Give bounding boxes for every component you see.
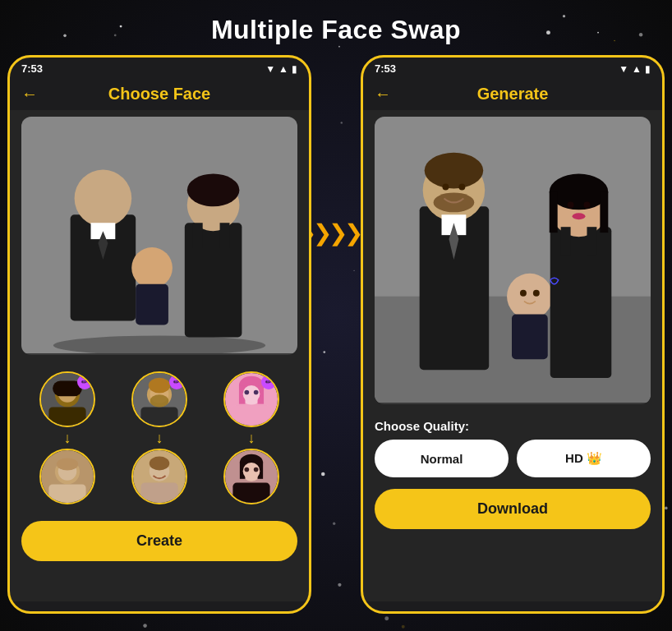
svg-point-32	[150, 457, 169, 471]
source-face-1[interactable]: ✏	[39, 371, 95, 427]
svg-point-6	[131, 247, 173, 288]
right-phone: 7:53 ▼ ▲ ▮ ← Generate	[361, 55, 665, 614]
svg-point-55	[425, 153, 484, 189]
right-family-photo	[375, 117, 651, 403]
svg-point-67	[550, 174, 609, 210]
target-face-1-svg	[41, 450, 94, 503]
wifi-icon: ▲	[278, 63, 288, 75]
svg-point-49	[245, 467, 250, 472]
svg-point-61	[507, 274, 553, 320]
edit-badge-3[interactable]: ✏	[261, 375, 276, 389]
quality-label: Choose Quality:	[375, 419, 651, 433]
create-button[interactable]: Create	[21, 521, 297, 561]
face-col-2: ✏ ↓	[131, 371, 187, 504]
download-button[interactable]: Download	[375, 489, 651, 529]
source-face-3[interactable]: ✏	[223, 371, 279, 427]
svg-rect-12	[220, 223, 230, 247]
svg-rect-73	[561, 227, 571, 256]
source-faces-row: ✏ ↓	[21, 371, 297, 504]
svg-point-10	[187, 174, 240, 207]
left-status-bar: 7:53 ▼ ▲ ▮	[8, 56, 311, 78]
middle-arrow: ❯❯❯❯❯	[311, 219, 361, 246]
svg-point-27	[150, 394, 169, 407]
svg-point-70	[568, 201, 574, 208]
right-status-icons: ▼ ▲ ▮	[619, 63, 651, 75]
svg-rect-11	[193, 223, 203, 247]
edit-badge-1[interactable]: ✏	[77, 375, 92, 389]
face-swaps-grid: ✏ ↓	[8, 362, 311, 514]
target-face-2-svg	[133, 450, 186, 503]
svg-point-3	[75, 170, 132, 228]
svg-rect-7	[136, 284, 168, 325]
arrow-down-1: ↓	[64, 431, 71, 445]
svg-point-50	[254, 467, 259, 472]
arrow-down-2: ↓	[156, 431, 163, 445]
svg-point-41	[254, 390, 259, 395]
target-face-1[interactable]	[39, 449, 95, 504]
page-title: Multiple Face Swap	[0, 0, 672, 55]
svg-rect-65	[550, 227, 612, 378]
signal-icon: ▼	[265, 63, 275, 75]
svg-point-63	[520, 290, 527, 297]
svg-rect-15	[48, 407, 85, 426]
svg-rect-35	[232, 406, 272, 426]
svg-rect-44	[232, 483, 269, 503]
svg-rect-74	[587, 227, 596, 256]
svg-point-60	[458, 184, 465, 191]
svg-point-22	[57, 458, 78, 470]
quality-normal-button[interactable]: Normal	[375, 440, 509, 477]
target-face-3-svg	[225, 450, 278, 503]
quality-options: Normal HD 👑	[375, 440, 651, 477]
left-phone-content: ✏ ↓	[8, 110, 311, 601]
face-col-3: ✏ ↓	[223, 371, 279, 504]
svg-point-71	[583, 201, 590, 208]
target-face-2[interactable]	[131, 449, 187, 504]
right-status-time: 7:53	[375, 62, 396, 75]
left-status-icons: ▼ ▲ ▮	[265, 63, 297, 75]
left-header-title: Choose Face	[108, 85, 210, 104]
svg-rect-20	[48, 484, 85, 503]
right-phone-content: Choose Quality: Normal HD 👑 Download	[361, 110, 664, 601]
right-photo-area	[375, 117, 651, 404]
right-wifi-icon: ▲	[632, 63, 642, 75]
right-battery-icon: ▮	[645, 63, 651, 75]
right-phone-wrapper: 7:53 ▼ ▲ ▮ ← Generate	[361, 55, 665, 614]
right-back-button[interactable]: ←	[375, 85, 391, 104]
arrow-down-3: ↓	[248, 431, 255, 445]
right-header: ← Generate	[361, 78, 664, 110]
battery-icon: ▮	[292, 63, 297, 75]
left-header: ← Choose Face	[8, 78, 311, 110]
edit-badge-2[interactable]: ✏	[169, 375, 184, 389]
quality-hd-button[interactable]: HD 👑	[517, 440, 651, 477]
svg-rect-68	[550, 191, 558, 233]
right-header-title: Generate	[477, 85, 549, 104]
svg-rect-25	[140, 407, 177, 426]
svg-rect-62	[512, 315, 548, 360]
svg-point-72	[573, 213, 586, 219]
svg-point-28	[149, 378, 170, 394]
source-face-2[interactable]: ✏	[131, 371, 187, 427]
svg-rect-69	[600, 191, 608, 233]
svg-point-64	[533, 290, 540, 297]
left-family-photo	[21, 117, 297, 353]
left-photo-area	[21, 117, 297, 355]
right-status-bar: 7:53 ▼ ▲ ▮	[361, 56, 664, 78]
svg-point-59	[443, 184, 449, 191]
left-status-time: 7:53	[21, 62, 43, 75]
target-face-3[interactable]	[223, 449, 279, 504]
face-col-1: ✏ ↓	[39, 371, 95, 504]
left-phone-wrapper: 7:53 ▼ ▲ ▮ ← Choose Face	[7, 55, 311, 614]
svg-rect-31	[140, 483, 177, 503]
left-phone: 7:53 ▼ ▲ ▮ ← Choose Face	[7, 55, 311, 614]
right-signal-icon: ▼	[619, 63, 628, 75]
phones-container: 7:53 ▼ ▲ ▮ ← Choose Face	[0, 55, 672, 614]
left-back-button[interactable]: ←	[21, 85, 38, 104]
quality-section: Choose Quality: Normal HD 👑	[361, 411, 664, 482]
svg-point-40	[245, 390, 250, 395]
